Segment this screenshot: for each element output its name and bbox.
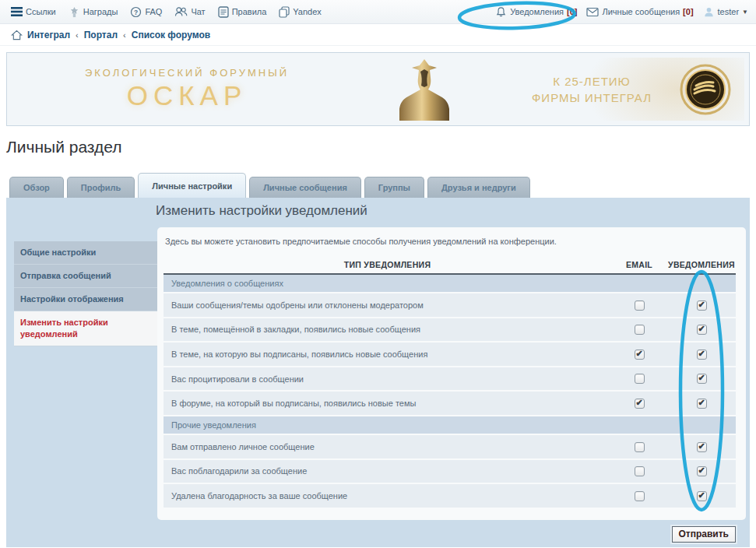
column-header-type: ТИП УВЕДОМЛЕНИЯ: [164, 255, 611, 274]
topbar-link-label: Правила: [232, 7, 267, 16]
email-checkbox[interactable]: [635, 491, 645, 501]
email-checkbox[interactable]: [635, 300, 645, 311]
topbar-link-copy[interactable]: Yandex: [279, 6, 322, 18]
breadcrumb-separator: ‹: [123, 30, 126, 40]
column-header-notifications: УВЕДОМЛЕНИЯ: [667, 255, 736, 274]
sidebar-item[interactable]: Изменить настройки уведомлений: [14, 311, 159, 346]
notification-checkbox[interactable]: [697, 399, 707, 409]
banner-subtitle: ЭКОЛОГИЧЕСКИЙ ФОРУМНЫЙ: [55, 67, 319, 79]
table-row: В форуме, на который вы подписаны, появи…: [164, 391, 736, 416]
award-icon: [69, 6, 80, 18]
toolbar-user-area: Уведомления [0] Личные сообщения [0] tes…: [486, 6, 748, 18]
username: tester: [718, 7, 740, 16]
topbar-link-chat[interactable]: Чат: [174, 6, 205, 17]
rules-icon: [218, 6, 229, 18]
table-row: В теме, помещённой в закладки, появились…: [164, 318, 736, 342]
breadcrumb-separator: ‹: [76, 30, 79, 40]
topbar-link-rules[interactable]: Правила: [218, 6, 267, 18]
email-checkbox[interactable]: [635, 325, 645, 335]
banner-title: ОСКАР: [55, 80, 319, 111]
panel-description: Здесь вы можете установить предпочитаемы…: [164, 234, 736, 248]
page-title: Личный раздел: [6, 138, 756, 156]
notifications-label: Уведомления: [510, 7, 564, 16]
top-toolbar: СсылкиНаграды?FAQЧатПравилаYandex Уведом…: [0, 0, 756, 24]
svg-text:?: ?: [134, 8, 138, 16]
notification-checkbox[interactable]: [697, 374, 707, 384]
table-row: Вас поблагодарили за сообщение: [164, 459, 736, 484]
copy-icon: [279, 6, 290, 18]
forum-banner: ЭКОЛОГИЧЕСКИЙ ФОРУМНЫЙ ОСКАР К 25-ЛЕТИЮ …: [12, 58, 744, 121]
notifications-link[interactable]: Уведомления [0]: [495, 6, 577, 18]
banner-anniversary-line2: ФИРМЫ ИНТЕГРАЛ: [494, 90, 689, 106]
notifications-count: [0]: [567, 7, 577, 16]
table-row: В теме, на которую вы подписаны, появили…: [164, 342, 736, 367]
notification-type-label: Ваши сообщения/темы одобрены или отклоне…: [164, 293, 611, 318]
notification-checkbox[interactable]: [697, 300, 707, 311]
sidebar-item[interactable]: Отправка сообщений: [14, 265, 159, 288]
banner-anniversary-line1: К 25-ЛЕТИЮ: [494, 73, 689, 90]
table-row: Вам отправлено личное сообщение: [164, 434, 736, 459]
user-menu[interactable]: tester ▼: [703, 6, 748, 18]
column-header-email: EMAIL: [611, 255, 667, 274]
topbar-link-label: Yandex: [293, 7, 322, 16]
section-title: Прочие уведомления: [164, 416, 736, 434]
tab-обзор[interactable]: Обзор: [9, 177, 64, 198]
topbar-link-label: Награды: [83, 7, 118, 16]
email-checkbox[interactable]: [635, 374, 645, 384]
banner-anniversary-text: К 25-ЛЕТИЮ ФИРМЫ ИНТЕГРАЛ: [494, 73, 689, 106]
home-icon: [11, 30, 23, 40]
topbar-link-label: Ссылки: [26, 7, 56, 16]
topbar-link-award[interactable]: Награды: [69, 6, 118, 18]
notification-checkbox[interactable]: [697, 350, 707, 360]
breadcrumb-link[interactable]: Список форумов: [132, 30, 210, 40]
section-title: Уведомления о сообщениях: [164, 274, 736, 293]
email-checkbox[interactable]: [635, 399, 645, 409]
envelope-icon: [586, 7, 599, 17]
topbar-link-faq[interactable]: ?FAQ: [130, 6, 162, 18]
chat-icon: [174, 6, 188, 17]
oscar-statue-image: [374, 58, 475, 121]
breadcrumb: Интеграл‹Портал‹Список форумов: [0, 24, 756, 46]
email-checkbox[interactable]: [635, 350, 645, 360]
bell-icon: [495, 6, 507, 18]
breadcrumb-items: Интеграл‹Портал‹Список форумов: [27, 30, 210, 40]
table-row: Вас процитировали в сообщении: [164, 367, 736, 392]
settings-panel: Здесь вы можете установить предпочитаемы…: [157, 227, 746, 520]
sidebar-item[interactable]: Настройки отображения: [14, 288, 159, 311]
breadcrumb-link[interactable]: Портал: [84, 30, 118, 40]
table-row: Удалена благодарность за ваше сообщение: [164, 483, 736, 508]
private-messages-label: Личные сообщения: [602, 7, 680, 16]
tab-личные-настройки[interactable]: Личные настройки: [138, 173, 246, 198]
notification-type-label: Удалена благодарность за ваше сообщение: [164, 483, 611, 508]
faq-icon: ?: [130, 6, 142, 18]
tab-профиль[interactable]: Профиль: [67, 177, 135, 198]
table-row: Ваши сообщения/темы одобрены или отклоне…: [164, 293, 736, 318]
notification-type-label: Вам отправлено личное сообщение: [164, 434, 611, 459]
chevron-down-icon: ▼: [742, 9, 748, 16]
breadcrumb-link[interactable]: Интеграл: [27, 30, 70, 40]
topbar-link-label: FAQ: [145, 7, 162, 16]
sidebar-item[interactable]: Общие настройки: [14, 241, 159, 265]
private-messages-link[interactable]: Личные сообщения [0]: [586, 7, 693, 17]
notification-type-label: Вас поблагодарили за сообщение: [164, 459, 611, 484]
banner-title-block: ЭКОЛОГИЧЕСКИЙ ФОРУМНЫЙ ОСКАР: [55, 67, 319, 111]
ucp-sidebar: Общие настройкиОтправка сообщенийНастрой…: [14, 241, 159, 346]
notification-checkbox[interactable]: [697, 325, 707, 335]
toolbar-links: СсылкиНаграды?FAQЧатПравилаYandex: [11, 6, 334, 18]
tab-личные-сообщения[interactable]: Личные сообщения: [249, 177, 361, 198]
email-checkbox[interactable]: [635, 442, 645, 452]
ucp-content: Изменить настройки уведомлений Общие нас…: [6, 198, 750, 547]
notification-checkbox[interactable]: [697, 442, 707, 452]
submit-button[interactable]: Отправить: [672, 526, 736, 543]
notification-type-label: В теме, помещённой в закладки, появились…: [164, 318, 611, 342]
submit-row: Отправить: [157, 526, 736, 543]
section-heading: Изменить настройки уведомлений: [6, 198, 750, 223]
menu-icon: [11, 7, 23, 16]
topbar-link-menu[interactable]: Ссылки: [11, 7, 56, 16]
notification-checkbox[interactable]: [697, 491, 707, 501]
tab-группы[interactable]: Группы: [364, 177, 424, 198]
banner-frame: ЭКОЛОГИЧЕСКИЙ ФОРУМНЫЙ ОСКАР К 25-ЛЕТИЮ …: [6, 52, 750, 126]
email-checkbox[interactable]: [635, 466, 645, 476]
notification-checkbox[interactable]: [697, 466, 707, 476]
tab-друзья-и-недруги[interactable]: Друзья и недруги: [427, 177, 530, 198]
